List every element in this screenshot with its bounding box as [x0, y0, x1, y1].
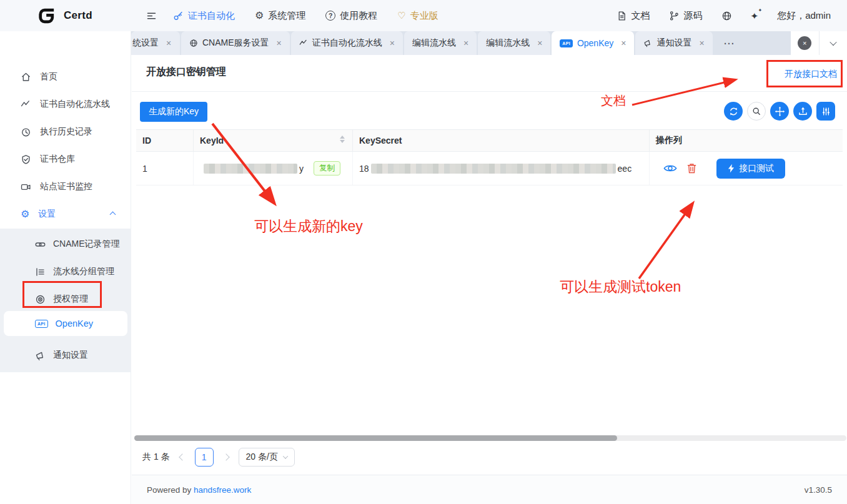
pagination: 共 1 条 1 20 条/页: [142, 443, 295, 471]
home-icon: [21, 72, 31, 82]
history-clock-icon: [21, 127, 31, 137]
table-toolbar: [724, 102, 835, 121]
sidebar-item-settings[interactable]: ⚙ 设置: [0, 202, 131, 226]
nav-system-manage[interactable]: ⚙ 系统管理: [255, 10, 305, 22]
source-code-link[interactable]: 源码: [669, 10, 703, 22]
tab-strip: 统设置 × CNAME服务设置 × 证书自动化流水线 × 编辑流水线 × 编辑流…: [131, 31, 847, 55]
certd-logo-icon: [36, 6, 57, 26]
search-icon: [751, 106, 761, 116]
cell-ops: 接口测试: [650, 152, 843, 185]
tab-openkey[interactable]: API OpenKey ×: [552, 31, 634, 55]
refresh-button[interactable]: [724, 102, 743, 121]
close-icon[interactable]: ×: [463, 38, 468, 48]
sidebar-item-pipeline-groups[interactable]: 流水线分组管理: [0, 260, 131, 284]
column-header-keysecret: KeySecret: [353, 130, 650, 151]
view-button[interactable]: [663, 164, 677, 173]
blurred-keysecret: [371, 164, 616, 174]
sidebar: 首页 证书自动化流水线 执行历史记录 证书仓库 站点证书监控 ⚙ 设置: [0, 31, 131, 504]
handsfree-link[interactable]: handsfree.work: [194, 485, 251, 495]
sidebar-item-pipeline[interactable]: 证书自动化流水线: [0, 92, 131, 116]
gear-icon: ⚙: [21, 209, 29, 219]
globe-icon: [189, 39, 198, 47]
shield-check-icon: [21, 154, 31, 165]
search-button[interactable]: [747, 102, 766, 121]
tab-edit-pipeline-2[interactable]: 编辑流水线 ×: [478, 31, 550, 55]
tab-more-button[interactable]: ⋯: [714, 31, 744, 55]
close-icon[interactable]: ×: [621, 38, 626, 48]
generate-new-key-button[interactable]: 生成新的Key: [140, 102, 207, 122]
delete-button[interactable]: [687, 163, 696, 174]
video-camera-icon: [21, 182, 31, 192]
sidebar-item-openkey[interactable]: API OpenKey: [4, 311, 127, 336]
prev-page-button[interactable]: [179, 453, 186, 460]
tab-notify-settings[interactable]: 通知设置 ×: [635, 31, 712, 55]
tab-cert-pipeline[interactable]: 证书自动化流水线 ×: [291, 31, 403, 55]
close-circle-icon: ×: [798, 36, 811, 50]
language-globe-icon[interactable]: [721, 11, 732, 21]
nav-cert-automation[interactable]: 证书自动化: [173, 10, 235, 22]
megaphone-icon: [643, 39, 652, 47]
sidebar-item-notify-settings[interactable]: 通知设置: [0, 343, 131, 367]
nav-tutorial[interactable]: ? 使用教程: [325, 10, 377, 22]
pulse-icon: [299, 39, 308, 47]
column-settings-button[interactable]: [816, 102, 835, 121]
close-icon[interactable]: ×: [390, 38, 395, 48]
move-button[interactable]: [770, 102, 789, 121]
column-header-ops: 操作列: [650, 130, 843, 151]
page-size-select[interactable]: 20 条/页: [239, 448, 295, 467]
powered-by: Powered by handsfree.work: [147, 485, 251, 495]
link-icon: [35, 239, 46, 250]
page-title: 开放接口密钥管理: [146, 66, 226, 79]
copy-button[interactable]: 复制: [314, 161, 340, 175]
pro-badge-icon: ♡: [397, 10, 405, 21]
export-icon: [798, 106, 808, 117]
table-row: 1 y 复制 18 eec: [136, 152, 843, 185]
tab-list-dropdown-button[interactable]: [819, 31, 847, 55]
pulse-icon: [21, 99, 31, 110]
sidebar-item-auth-manage[interactable]: 授权管理: [0, 287, 131, 311]
refresh-icon: [728, 106, 739, 117]
brand-name: Certd: [64, 9, 92, 22]
brand: Certd: [36, 6, 92, 26]
doc-link-header[interactable]: 文档: [617, 10, 650, 22]
sort-icon[interactable]: [340, 136, 345, 143]
sliders-icon: [821, 106, 831, 117]
export-button[interactable]: [793, 102, 812, 121]
horizontal-scrollbar-thumb[interactable]: [134, 435, 617, 441]
megaphone-icon: [35, 350, 46, 361]
close-icon[interactable]: ×: [277, 38, 282, 48]
tab-cname-service[interactable]: CNAME服务设置 ×: [181, 31, 290, 55]
sidebar-item-cert-repo[interactable]: 证书仓库: [0, 147, 131, 171]
close-icon[interactable]: ×: [699, 38, 704, 48]
collapse-caret[interactable]: [111, 212, 115, 217]
tab-controls: ×: [791, 31, 847, 55]
next-page-button[interactable]: [222, 453, 229, 460]
page-number-button[interactable]: 1: [195, 448, 214, 467]
open-api-doc-link[interactable]: 开放接口文档: [785, 69, 837, 80]
api-test-button[interactable]: 接口测试: [716, 159, 785, 179]
column-header-id: ID: [136, 130, 194, 151]
cell-keyid: y 复制: [194, 152, 353, 185]
user-greeting[interactable]: 您好，admin: [777, 10, 831, 22]
ai-sparkle-icon[interactable]: ✦✦: [751, 11, 759, 21]
tab-edit-pipeline-1[interactable]: 编辑流水线 ×: [404, 31, 477, 55]
nav-pro-edition[interactable]: ♡ 专业版: [397, 10, 438, 22]
sidebar-item-home[interactable]: 首页: [0, 65, 131, 89]
tab-system-settings-partial[interactable]: 统设置 ×: [131, 31, 180, 55]
bolt-icon: [728, 164, 735, 173]
sidebar-item-cname-records[interactable]: CNAME记录管理: [0, 232, 131, 256]
settings-submenu: CNAME记录管理 流水线分组管理 授权管理 API OpenKey 通知设置: [0, 229, 131, 372]
close-all-tabs-button[interactable]: ×: [791, 31, 819, 55]
api-badge-icon: API: [560, 39, 573, 47]
sidebar-item-history[interactable]: 执行历史记录: [0, 120, 131, 144]
close-icon[interactable]: ×: [537, 38, 542, 48]
app-header: Certd 证书自动化 ⚙ 系统管理 ? 使用教程 ♡ 专业版 文档: [0, 0, 847, 31]
sidebar-collapse-icon[interactable]: [146, 11, 157, 21]
target-icon: [35, 294, 46, 305]
sidebar-item-site-monitor[interactable]: 站点证书监控: [0, 175, 131, 199]
trash-icon: [687, 163, 696, 174]
column-header-keyid[interactable]: KeyId: [194, 130, 353, 151]
divider: [132, 91, 847, 92]
git-branch-icon: [669, 11, 680, 21]
close-icon[interactable]: ×: [166, 38, 171, 48]
